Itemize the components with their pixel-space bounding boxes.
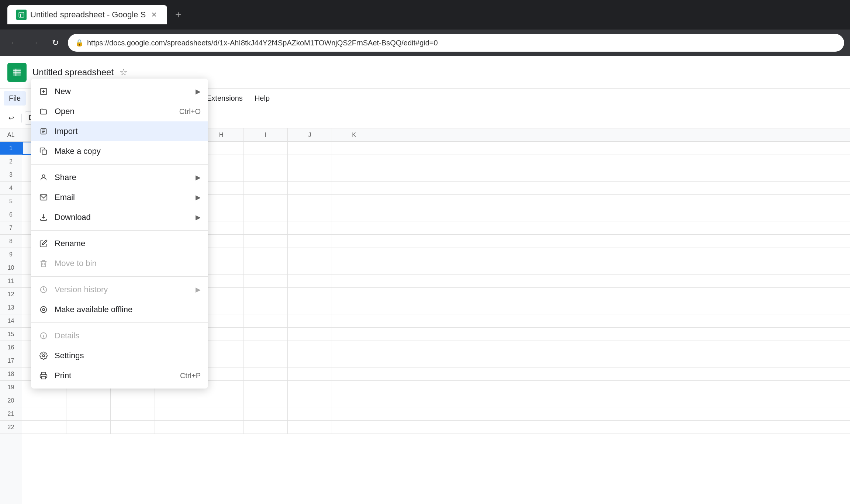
- rename-label: Rename: [55, 239, 201, 248]
- browser-chrome: Untitled spreadsheet - Google S ✕ +: [0, 0, 850, 30]
- cell-i2[interactable]: [243, 155, 288, 168]
- row-num-2[interactable]: 2: [0, 155, 22, 168]
- svg-rect-0: [19, 12, 24, 17]
- table-row: [22, 394, 850, 407]
- cell-i1[interactable]: [243, 142, 288, 155]
- doc-title[interactable]: Untitled spreadsheet: [32, 67, 114, 77]
- row-num-21[interactable]: 21: [0, 407, 22, 421]
- svg-rect-25: [42, 376, 46, 379]
- move-to-bin-label: Move to bin: [55, 259, 201, 268]
- email-icon: [38, 193, 49, 201]
- table-row: [22, 407, 850, 421]
- file-dropdown-menu: New ▶ Open Ctrl+O Import Make a copy Sha…: [31, 79, 208, 389]
- history-icon: [38, 286, 49, 294]
- svg-point-19: [41, 307, 47, 313]
- open-icon: [38, 107, 49, 115]
- menu-help[interactable]: Help: [249, 91, 275, 106]
- row-num-7[interactable]: 7: [0, 221, 22, 235]
- row-num-3[interactable]: 3: [0, 168, 22, 182]
- refresh-button[interactable]: ↻: [47, 35, 63, 51]
- navigation-bar: ← → ↻ 🔒 https://docs.google.com/spreadsh…: [0, 30, 850, 56]
- info-icon: [38, 332, 49, 340]
- row-num-6[interactable]: 6: [0, 208, 22, 221]
- row-num-1[interactable]: 1: [0, 142, 22, 155]
- settings-label: Settings: [55, 351, 201, 360]
- menu-item-settings[interactable]: Settings: [31, 346, 208, 366]
- row-num-13[interactable]: 13: [0, 301, 22, 314]
- share-arrow: ▶: [196, 173, 201, 182]
- back-button[interactable]: ←: [6, 35, 22, 51]
- import-icon: [38, 127, 49, 135]
- menu-file[interactable]: File: [4, 91, 26, 106]
- details-label: Details: [55, 331, 201, 341]
- row-num-20[interactable]: 20: [0, 394, 22, 407]
- menu-item-details: Details: [31, 326, 208, 346]
- new-tab-button[interactable]: +: [170, 7, 186, 23]
- import-label: Import: [55, 127, 201, 136]
- lock-icon: 🔒: [75, 39, 83, 47]
- row-num-11[interactable]: 11: [0, 275, 22, 288]
- tab-close-button[interactable]: ✕: [149, 10, 158, 19]
- tab-favicon: [16, 10, 27, 20]
- menu-item-share[interactable]: Share ▶: [31, 168, 208, 187]
- menu-item-print[interactable]: Print Ctrl+P: [31, 366, 208, 386]
- active-tab[interactable]: Untitled spreadsheet - Google S ✕: [7, 5, 167, 24]
- svg-rect-4: [13, 69, 21, 76]
- row-num-9[interactable]: 9: [0, 248, 22, 261]
- menu-item-version-history: Version history ▶: [31, 280, 208, 300]
- menu-item-rename[interactable]: Rename: [31, 234, 208, 253]
- new-icon: [38, 87, 49, 96]
- table-row: [22, 421, 850, 434]
- make-copy-label: Make a copy: [55, 146, 201, 156]
- menu-item-make-copy[interactable]: Make a copy: [31, 141, 208, 161]
- row-num-12[interactable]: 12: [0, 288, 22, 301]
- col-header-I[interactable]: I: [243, 128, 288, 141]
- menu-item-new[interactable]: New ▶: [31, 82, 208, 101]
- cell-k1[interactable]: [332, 142, 376, 155]
- email-label: Email: [55, 193, 190, 202]
- row-num-16[interactable]: 16: [0, 341, 22, 354]
- copy-icon: [38, 147, 49, 155]
- row-num-4[interactable]: 4: [0, 182, 22, 195]
- make-available-offline-label: Make available offline: [55, 305, 201, 314]
- cell-k2[interactable]: [332, 155, 376, 168]
- col-header-J[interactable]: J: [288, 128, 332, 141]
- download-label: Download: [55, 213, 190, 222]
- forward-button[interactable]: →: [27, 35, 43, 51]
- row-num-10[interactable]: 10: [0, 261, 22, 275]
- download-arrow: ▶: [196, 213, 201, 221]
- cell-ref-box[interactable]: A1: [0, 128, 22, 142]
- row-num-18[interactable]: 18: [0, 367, 22, 381]
- divider-3: [31, 276, 208, 277]
- version-history-arrow: ▶: [196, 286, 201, 294]
- menu-item-move-to-bin: Move to bin: [31, 253, 208, 273]
- menu-item-import[interactable]: Import: [31, 121, 208, 141]
- address-bar[interactable]: 🔒 https://docs.google.com/spreadsheets/d…: [68, 34, 844, 52]
- app-logo: [7, 63, 27, 82]
- col-header-K[interactable]: K: [332, 128, 376, 141]
- settings-icon: [38, 352, 49, 360]
- row-num-17[interactable]: 17: [0, 354, 22, 367]
- row-num-19[interactable]: 19: [0, 381, 22, 394]
- menu-item-make-available-offline[interactable]: Make available offline: [31, 300, 208, 320]
- menu-item-download[interactable]: Download ▶: [31, 207, 208, 227]
- menu-item-open[interactable]: Open Ctrl+O: [31, 101, 208, 121]
- row-num-22[interactable]: 22: [0, 421, 22, 434]
- star-button[interactable]: ☆: [120, 67, 128, 77]
- cell-j1[interactable]: [288, 142, 332, 155]
- svg-point-20: [42, 308, 45, 311]
- row-num-14[interactable]: 14: [0, 314, 22, 328]
- row-num-15[interactable]: 15: [0, 328, 22, 341]
- undo-button[interactable]: ↩: [4, 111, 18, 125]
- menu-item-email[interactable]: Email ▶: [31, 187, 208, 207]
- cell-j2[interactable]: [288, 155, 332, 168]
- new-arrow: ▶: [196, 87, 201, 96]
- bin-icon: [38, 259, 49, 267]
- download-icon: [38, 213, 49, 221]
- row-num-8[interactable]: 8: [0, 235, 22, 248]
- row-num-5[interactable]: 5: [0, 195, 22, 208]
- address-text: https://docs.google.com/spreadsheets/d/1…: [87, 39, 837, 47]
- tab-title: Untitled spreadsheet - Google S: [30, 10, 146, 20]
- menu-extensions[interactable]: Extensions: [201, 91, 248, 106]
- divider-2: [31, 230, 208, 231]
